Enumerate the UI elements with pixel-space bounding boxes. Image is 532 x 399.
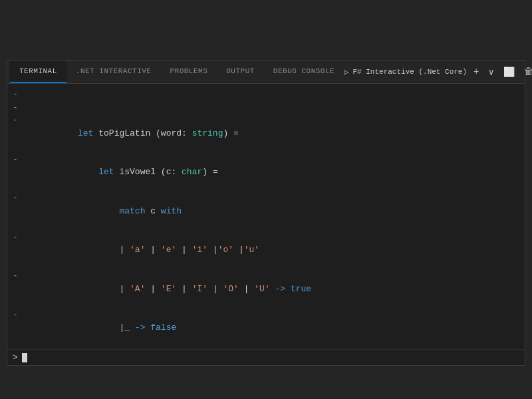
runtime-label: F# Interactive (.Net Core) <box>352 68 467 76</box>
code-line-5: - match c with <box>7 192 519 231</box>
add-icon[interactable]: + <box>471 65 481 78</box>
dropdown-icon[interactable]: ∨ <box>485 65 496 79</box>
tab-bar-left: TERMINAL .NET INTERACTIVE PROBLEMS OUTPU… <box>10 61 344 83</box>
tab-bar: TERMINAL .NET INTERACTIVE PROBLEMS OUTPU… <box>7 61 525 84</box>
trash-icon[interactable]: 🗑 <box>521 65 532 78</box>
play-icon: ▷ <box>344 67 348 77</box>
tab-terminal[interactable]: TERMINAL <box>10 61 66 83</box>
tab-debug-console[interactable]: DEBUG CONSOLE <box>264 61 344 83</box>
terminal-content[interactable]: - - - let toPigLatin (word: string) = - … <box>7 84 525 349</box>
outer-wrapper: TERMINAL .NET INTERACTIVE PROBLEMS OUTPU… <box>0 0 532 399</box>
tab-net-interactive[interactable]: .NET INTERACTIVE <box>66 61 161 83</box>
prompt: > <box>13 352 18 362</box>
code-line-1: - <box>7 88 519 101</box>
input-line[interactable]: > <box>7 349 525 365</box>
tab-output[interactable]: OUTPUT <box>217 61 264 83</box>
code-line-8: - |_ -> false <box>7 309 519 348</box>
tab-problems[interactable]: PROBLEMS <box>160 61 217 83</box>
terminal-panel: TERMINAL .NET INTERACTIVE PROBLEMS OUTPU… <box>7 60 525 366</box>
cursor <box>22 353 27 362</box>
split-icon[interactable]: ⬜ <box>501 65 517 79</box>
code-line-6: - | 'a' | 'e' | 'i' |'o' |'u' <box>7 231 519 270</box>
code-line-3: - let toPigLatin (word: string) = <box>7 114 519 153</box>
code-line-7: - | 'A' | 'E' | 'I' | 'O' | 'U' -> true <box>7 269 519 309</box>
tab-bar-right: ▷ F# Interactive (.Net Core) + ∨ ⬜ 🗑 ∧ ∨… <box>344 65 532 79</box>
code-line-4: - let isVowel (c: char) = <box>7 153 519 192</box>
code-line-2: - <box>7 101 519 114</box>
